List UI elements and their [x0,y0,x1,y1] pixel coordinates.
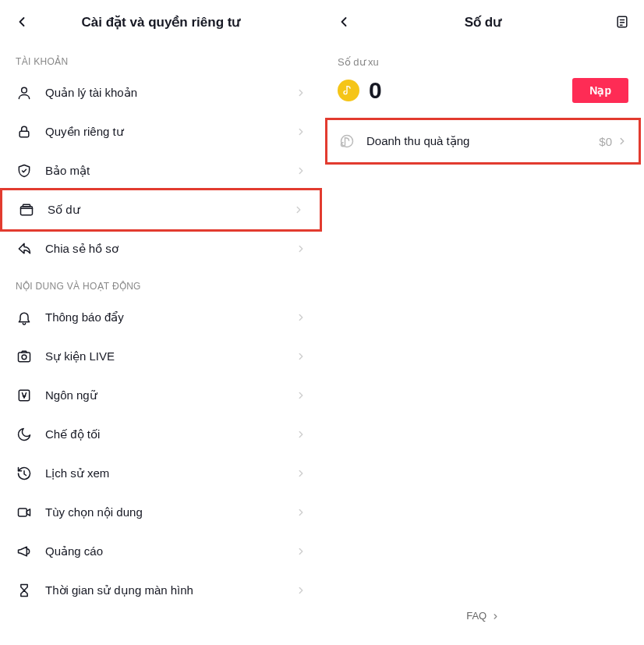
row-screen-time[interactable]: Thời gian sử dụng màn hình [0,571,322,610]
row-label: Tùy chọn nội dung [45,505,295,519]
row-live-events[interactable]: Sự kiện LIVE [0,337,322,376]
chevron-right-icon [295,126,306,137]
language-icon [16,387,33,404]
row-label: Quản lý tài khoản [45,86,295,100]
back-icon[interactable] [12,12,31,31]
row-ads[interactable]: Quảng cáo [0,532,322,571]
chevron-right-icon [295,468,306,479]
svg-point-4 [22,355,27,360]
chevron-right-icon [491,612,500,621]
wallet-icon [18,201,35,218]
chevron-right-icon [295,165,306,176]
coin-balance-row: 0 Nạp [322,73,644,118]
recharge-button[interactable]: Nạp [572,78,628,103]
row-label: Thời gian sử dụng màn hình [45,583,295,597]
balance-pane: Số dư Số dư xu 0 Nạp Doanh thu quà tặng … [322,0,644,645]
chevron-right-icon [295,429,306,440]
svg-point-12 [341,136,353,147]
row-watch-history[interactable]: Lịch sử xem [0,454,322,493]
lock-icon [16,123,33,140]
row-label: Số dư [48,203,293,217]
svg-rect-2 [21,207,33,215]
chevron-right-icon [295,312,306,323]
megaphone-icon [16,543,33,560]
chevron-right-icon [617,136,628,147]
settings-pane: Cài đặt và quyền riêng tư TÀI KHOẢN Quản… [0,0,322,645]
gift-icon [338,133,356,150]
row-push-notifications[interactable]: Thông báo đẩy [0,298,322,337]
row-content-preferences[interactable]: Tùy chọn nội dung [0,493,322,532]
share-icon [16,240,33,257]
section-label-account: TÀI KHOẢN [0,44,322,73]
camera-icon [16,348,33,365]
chevron-right-icon [293,204,304,215]
page-title: Cài đặt và quyền riêng tư [82,14,241,30]
row-label: Chế độ tối [45,427,295,441]
row-share-profile[interactable]: Chia sẻ hồ sơ [0,229,322,268]
back-icon[interactable] [334,12,353,31]
row-label: Thông báo đẩy [45,310,295,324]
chevron-right-icon [295,390,306,401]
moon-icon [16,426,33,443]
row-label: Quảng cáo [45,544,295,558]
faq-label: FAQ [466,610,487,622]
coin-icon [338,80,359,101]
row-language[interactable]: Ngôn ngữ [0,376,322,415]
svg-rect-1 [19,131,29,137]
shield-icon [16,162,33,179]
gift-revenue-label: Doanh thu quà tặng [366,134,599,148]
chevron-right-icon [295,585,306,596]
history-icon [16,465,33,482]
chevron-right-icon [295,507,306,518]
section-label-content: NỘI DUNG VÀ HOẠT ĐỘNG [0,268,322,298]
header: Số dư [322,0,644,44]
row-manage-account[interactable]: Quản lý tài khoản [0,73,322,112]
hourglass-icon [16,582,33,599]
row-label: Bảo mật [45,164,295,178]
chevron-right-icon [295,546,306,557]
chevron-right-icon [295,243,306,254]
gift-revenue-amount: $0 [599,135,612,148]
bell-icon [16,309,33,326]
coin-balance-label: Số dư xu [322,44,644,73]
faq-link[interactable]: FAQ [322,610,644,622]
row-balance[interactable]: Số dư [0,188,322,232]
svg-rect-3 [19,353,30,362]
row-label: Lịch sử xem [45,466,295,480]
svg-rect-6 [19,509,27,516]
chevron-right-icon [295,87,306,98]
video-icon [16,504,33,521]
row-dark-mode[interactable]: Chế độ tối [0,415,322,454]
person-icon [16,84,33,101]
row-label: Ngôn ngữ [45,388,295,402]
row-security[interactable]: Bảo mật [0,151,322,190]
svg-point-0 [22,87,27,93]
page-title: Số dư [465,14,501,30]
coin-balance-value: 0 [369,77,572,104]
row-label: Sự kiện LIVE [45,349,295,363]
chevron-right-icon [295,351,306,362]
row-label: Chia sẻ hồ sơ [45,242,295,256]
row-privacy[interactable]: Quyền riêng tư [0,112,322,151]
header: Cài đặt và quyền riêng tư [0,0,322,44]
svg-rect-5 [19,390,29,400]
transactions-icon[interactable] [613,12,632,31]
row-label: Quyền riêng tư [45,125,295,139]
row-gift-revenue[interactable]: Doanh thu quà tặng $0 [325,118,641,165]
